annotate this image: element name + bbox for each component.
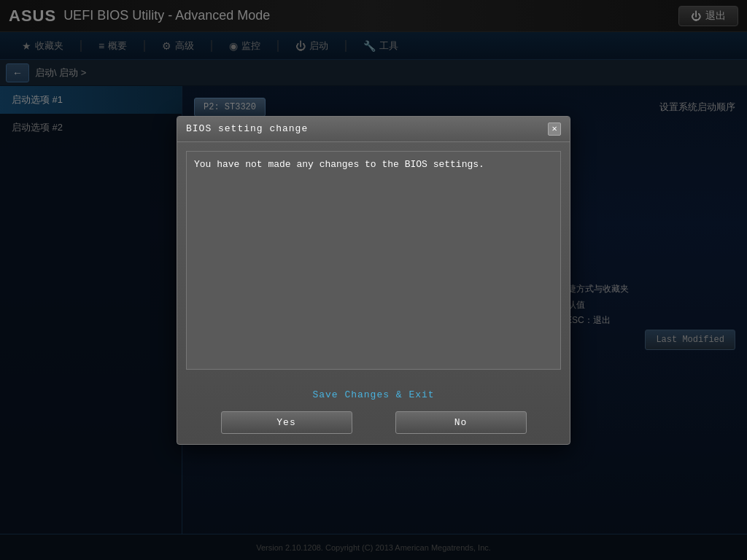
modal-message-textarea[interactable] <box>186 151 561 370</box>
modal-title: BIOS setting change <box>186 123 308 134</box>
close-icon: ✕ <box>551 125 557 133</box>
modal-titlebar: BIOS setting change ✕ <box>177 117 570 142</box>
modal-overlay: BIOS setting change ✕ Save Changes & Exi… <box>0 0 747 560</box>
modal-body <box>177 142 570 382</box>
modal-close-button[interactable]: ✕ <box>548 122 561 136</box>
modal-dialog: BIOS setting change ✕ Save Changes & Exi… <box>177 116 570 445</box>
modal-link-row: Save Changes & Exit <box>177 382 570 404</box>
yes-button[interactable]: Yes <box>221 411 352 434</box>
save-changes-link[interactable]: Save Changes & Exit <box>312 389 434 400</box>
no-button[interactable]: No <box>395 411 527 434</box>
modal-buttons: Yes No <box>177 404 570 444</box>
